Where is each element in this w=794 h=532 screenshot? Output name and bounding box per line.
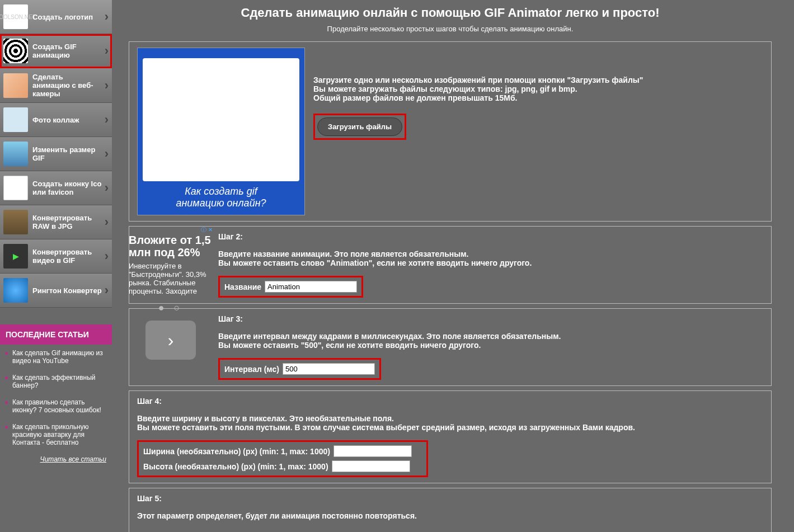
step5-box: Шаг 5: Этот параметр определяет, будет л…	[129, 488, 772, 532]
articles-section: ПОСЛЕДНИЕ СТАТЬИ Как сделать Gif анимаци…	[0, 324, 112, 468]
chevron-right-icon: ›	[105, 78, 109, 93]
nav-video-to-gif[interactable]: Конвертировать видео в GIF ›	[0, 239, 112, 274]
step-text: Введите ширину и высоту в пикселах. Это …	[137, 414, 763, 423]
article-link[interactable]: Как сделать прикольную красивую аватарку…	[0, 418, 112, 451]
nav-label: Изменить размер GIF	[32, 145, 102, 162]
step-text: Загрузите одно или несколько изображений…	[313, 76, 763, 84]
articles-header: ПОСЛЕДНИЕ СТАТЬИ	[0, 324, 112, 345]
step-text: Введите название анимации. Это поле явля…	[137, 249, 763, 258]
chevron-right-icon: ›	[105, 147, 109, 161]
chevron-right-icon: ›	[105, 283, 109, 298]
preview-text: анимацию онлайн?	[176, 197, 266, 209]
article-link[interactable]: Как сделать эффективный баннер?	[0, 369, 112, 394]
chevron-right-icon: ›	[105, 181, 109, 195]
width-input[interactable]	[333, 445, 412, 457]
nav-photo-collage[interactable]: Фото коллаж ›	[0, 103, 112, 137]
preview-text: Как создать gif	[185, 186, 257, 197]
video-icon	[3, 244, 28, 269]
swirl-icon	[3, 39, 28, 63]
width-label: Ширина (необязательно) (px) (min: 1, max…	[143, 447, 330, 456]
step-text: Общий размер файлов не должен превышать …	[313, 93, 763, 102]
step-text: Этот параметр определяет, будет ли анима…	[137, 511, 763, 520]
name-input[interactable]	[265, 281, 357, 293]
step-text: Вы можете оставить эти поля пустыми. В э…	[137, 423, 763, 432]
page-subtitle: Проделайте несколько простых шагов чтобы…	[129, 25, 772, 33]
step-text: Вы можете загружать файлы следующих типо…	[313, 84, 763, 93]
ad-box[interactable]: ⓘ ✕ Вложите от 1,5 млн под 26% Инвестиру…	[129, 226, 213, 295]
nav-convert-raw[interactable]: Конвертировать RAW в JPG ›	[0, 205, 112, 239]
ad-info-icon: ⓘ ✕	[129, 226, 213, 234]
interval-label: Интервал (мс)	[224, 365, 279, 374]
nav-label: Создать GIF анимацию	[32, 43, 102, 59]
chevron-right-icon: ›	[105, 249, 109, 263]
interval-input[interactable]	[283, 363, 375, 375]
nav-create-gif[interactable]: Создать GIF анимацию ›	[0, 34, 112, 68]
nav-resize-gif[interactable]: Изменить размер GIF ›	[0, 137, 112, 171]
read-all-link[interactable]: Читать все статьи	[0, 451, 112, 468]
chevron-right-icon: ›	[105, 112, 109, 127]
nav-create-logo[interactable]: TOOLSON.NET Создать логотип ›	[0, 0, 112, 34]
preview-image[interactable]: Как создать gif анимацию онлайн?	[137, 48, 305, 215]
step4-box: Шаг 4: Введите ширину и высоту в пиксела…	[129, 390, 772, 483]
favicon-icon	[3, 176, 28, 200]
chevron-right-icon: ›	[105, 10, 109, 24]
step-label: Шаг 4:	[137, 397, 763, 406]
step3-box: Шаг 3: Введите интервал между кадрами в …	[129, 308, 772, 386]
height-label: Высота (необязательно) (px) (min: 1, max…	[143, 462, 328, 471]
step-label: Шаг 3:	[137, 314, 763, 323]
height-input[interactable]	[332, 460, 410, 472]
nav-create-favicon[interactable]: Создать иконку Ico или favicon ›	[0, 171, 112, 205]
upload-button[interactable]: Загрузить файлы	[317, 117, 402, 136]
raw-icon	[3, 210, 28, 234]
face-icon	[3, 73, 28, 98]
page-title: Сделать анимацию онлайн с помощью GIF An…	[129, 0, 772, 25]
ad-headline: Вложите от 1,5 млн под 26%	[129, 234, 213, 258]
step-text: Вы можете оставить "500", если не хотите…	[137, 341, 763, 350]
nav-ringtone[interactable]: Рингтон Конвертер ›	[0, 274, 112, 308]
nav-webcam-anim[interactable]: Сделать анимацию с веб-камеры ›	[0, 68, 112, 103]
carousel-dots[interactable]: ● ○	[129, 302, 213, 314]
sidebar: TOOLSON.NET Создать логотип › Создать GI…	[0, 0, 112, 532]
step-label: Шаг 5:	[137, 494, 763, 503]
ad-column: ⓘ ✕ Вложите от 1,5 млн под 26% Инвестиру…	[129, 226, 213, 360]
nav-label: Сделать анимацию с веб-камеры	[32, 73, 102, 98]
step-label: Шаг 2:	[137, 232, 763, 241]
collage-icon	[3, 107, 28, 132]
main-content: Сделать анимацию онлайн с помощью GIF An…	[112, 0, 794, 532]
nav-label: Создать иконку Ico или favicon	[32, 180, 102, 196]
nav-label: Конвертировать видео в GIF	[32, 248, 102, 265]
article-link[interactable]: Как сделать Gif анимацию из видео на You…	[0, 345, 112, 369]
step-text: Введите интервал между кадрами в миллисе…	[137, 332, 763, 341]
step-text: Вы можете оставить слово "Animation", ес…	[137, 258, 763, 267]
chevron-right-icon: ›	[105, 44, 109, 58]
nav-label: Конвертировать RAW в JPG	[32, 214, 102, 230]
nav-label: Создать логотип	[32, 13, 102, 21]
chevron-right-icon: ›	[105, 215, 109, 229]
step1-box: Как создать gif анимацию онлайн? Загрузи…	[129, 41, 772, 222]
ad-body: Инвестируйте в "Быстроденьги". 30,3% рын…	[129, 262, 213, 295]
nav-label: Рингтон Конвертер	[32, 286, 102, 295]
ringtone-icon	[3, 278, 28, 303]
resize-icon	[3, 142, 28, 166]
logo-icon: TOOLSON.NET	[3, 4, 28, 29]
nav-label: Фото коллаж	[32, 116, 102, 124]
step2-box: Шаг 2: Введите название анимации. Это по…	[129, 226, 772, 304]
name-label: Название	[224, 283, 261, 291]
carousel-next-button[interactable]: ›	[145, 321, 196, 360]
article-link[interactable]: Как правильно сделать иконку? 7 основных…	[0, 394, 112, 418]
